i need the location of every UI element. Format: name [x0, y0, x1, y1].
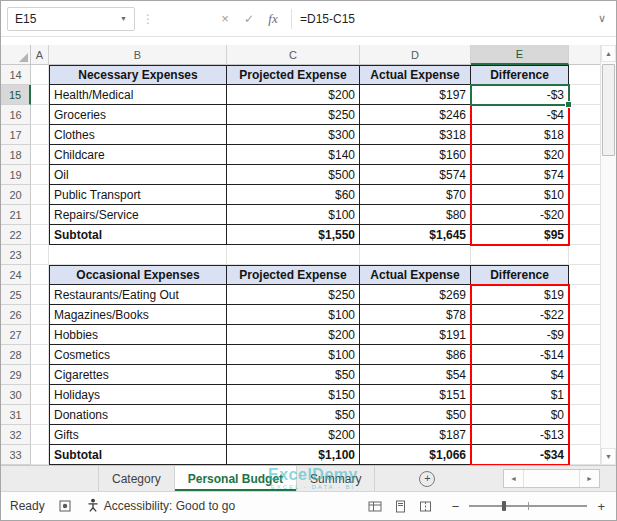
cell-A31[interactable]: [31, 405, 49, 425]
cell-A22[interactable]: [31, 225, 49, 245]
cell-A26[interactable]: [31, 305, 49, 325]
cell-C33[interactable]: $1,100: [227, 445, 360, 465]
column-header-D[interactable]: D: [360, 45, 471, 65]
cell-A20[interactable]: [31, 185, 49, 205]
cell-D27[interactable]: $191: [360, 325, 471, 345]
cell-E25[interactable]: $19: [471, 285, 569, 305]
row-header-30[interactable]: 30: [1, 385, 31, 405]
row-header-32[interactable]: 32: [1, 425, 31, 445]
cell-E21[interactable]: -$20: [471, 205, 569, 225]
cell-A27[interactable]: [31, 325, 49, 345]
horizontal-scrollbar[interactable]: ◄ ►: [503, 469, 600, 488]
cell-E24[interactable]: Difference: [471, 265, 569, 285]
cell-C15[interactable]: $200: [227, 85, 360, 105]
cancel-icon[interactable]: ×: [213, 11, 237, 26]
cell-A19[interactable]: [31, 165, 49, 185]
zoom-out-icon[interactable]: −: [450, 499, 462, 514]
row-header-31[interactable]: 31: [1, 405, 31, 425]
cell-B16[interactable]: Groceries: [49, 105, 227, 125]
row-header-26[interactable]: 26: [1, 305, 31, 325]
cell-E19[interactable]: $74: [471, 165, 569, 185]
cell-A32[interactable]: [31, 425, 49, 445]
cell-D32[interactable]: $187: [360, 425, 471, 445]
cell-B20[interactable]: Public Transport: [49, 185, 227, 205]
cell-D25[interactable]: $269: [360, 285, 471, 305]
cell-C18[interactable]: $140: [227, 145, 360, 165]
cell-B23[interactable]: [49, 245, 227, 265]
cell-C16[interactable]: $250: [227, 105, 360, 125]
macro-record-icon[interactable]: [59, 500, 71, 512]
cell-D20[interactable]: $70: [360, 185, 471, 205]
cell-B14[interactable]: Necessary Expenses: [49, 65, 227, 85]
cell-E23[interactable]: [471, 245, 569, 265]
row-header-33[interactable]: 33: [1, 445, 31, 465]
scroll-right-icon[interactable]: ►: [579, 470, 599, 487]
cell-C25[interactable]: $250: [227, 285, 360, 305]
row-header-29[interactable]: 29: [1, 365, 31, 385]
cell-A14[interactable]: [31, 65, 49, 85]
vertical-scrollbar-thumb[interactable]: [602, 64, 615, 156]
cell-E30[interactable]: $1: [471, 385, 569, 405]
row-header-24[interactable]: 24: [1, 265, 31, 285]
cell-C30[interactable]: $150: [227, 385, 360, 405]
row-header-15[interactable]: 15: [1, 85, 31, 105]
enter-icon[interactable]: ✓: [237, 12, 261, 26]
scroll-up-icon[interactable]: ▲: [601, 45, 616, 62]
cell-B22[interactable]: Subtotal: [49, 225, 227, 245]
cell-E29[interactable]: $4: [471, 365, 569, 385]
cell-C24[interactable]: Projected Expense: [227, 265, 360, 285]
cell-A21[interactable]: [31, 205, 49, 225]
cell-E27[interactable]: -$9: [471, 325, 569, 345]
cell-E18[interactable]: $20: [471, 145, 569, 165]
cell-A28[interactable]: [31, 345, 49, 365]
cell-E26[interactable]: -$22: [471, 305, 569, 325]
cell-C32[interactable]: $200: [227, 425, 360, 445]
cell-D24[interactable]: Actual Expense: [360, 265, 471, 285]
cell-E31[interactable]: $0: [471, 405, 569, 425]
cell-A17[interactable]: [31, 125, 49, 145]
row-header-16[interactable]: 16: [1, 105, 31, 125]
cell-E32[interactable]: -$13: [471, 425, 569, 445]
row-header-20[interactable]: 20: [1, 185, 31, 205]
cell-C20[interactable]: $60: [227, 185, 360, 205]
sheet-tab-category[interactable]: Category: [99, 466, 175, 491]
name-box[interactable]: E15 ▼: [7, 7, 135, 31]
cell-D18[interactable]: $160: [360, 145, 471, 165]
cell-E14[interactable]: Difference: [471, 65, 569, 85]
insert-function-icon[interactable]: fx: [261, 11, 285, 27]
row-header-19[interactable]: 19: [1, 165, 31, 185]
cell-A29[interactable]: [31, 365, 49, 385]
horizontal-scrollbar-track[interactable]: [524, 470, 579, 487]
cell-B30[interactable]: Holidays: [49, 385, 227, 405]
cell-B26[interactable]: Magazines/Books: [49, 305, 227, 325]
row-header-25[interactable]: 25: [1, 285, 31, 305]
column-header-B[interactable]: B: [49, 45, 227, 65]
select-all-corner[interactable]: [1, 45, 31, 65]
row-header-28[interactable]: 28: [1, 345, 31, 365]
cell-C21[interactable]: $100: [227, 205, 360, 225]
page-layout-view-icon[interactable]: [394, 500, 407, 513]
cell-B19[interactable]: Oil: [49, 165, 227, 185]
cell-B32[interactable]: Gifts: [49, 425, 227, 445]
cell-C22[interactable]: $1,550: [227, 225, 360, 245]
row-header-27[interactable]: 27: [1, 325, 31, 345]
row-header-23[interactable]: 23: [1, 245, 31, 265]
cell-C23[interactable]: [227, 245, 360, 265]
cell-D29[interactable]: $54: [360, 365, 471, 385]
cell-B31[interactable]: Donations: [49, 405, 227, 425]
row-header-14[interactable]: 14: [1, 65, 31, 85]
cell-E22[interactable]: $95: [471, 225, 569, 245]
cell-D19[interactable]: $574: [360, 165, 471, 185]
cell-B25[interactable]: Restaurants/Eating Out: [49, 285, 227, 305]
cell-A18[interactable]: [31, 145, 49, 165]
cell-A33[interactable]: [31, 445, 49, 465]
zoom-slider-thumb[interactable]: [502, 501, 506, 511]
zoom-slider[interactable]: [469, 505, 587, 507]
row-header-21[interactable]: 21: [1, 205, 31, 225]
cell-C19[interactable]: $500: [227, 165, 360, 185]
cell-B18[interactable]: Childcare: [49, 145, 227, 165]
cell-E16[interactable]: -$4: [471, 105, 569, 125]
cell-E20[interactable]: $10: [471, 185, 569, 205]
row-header-18[interactable]: 18: [1, 145, 31, 165]
column-header-C[interactable]: C: [227, 45, 360, 65]
